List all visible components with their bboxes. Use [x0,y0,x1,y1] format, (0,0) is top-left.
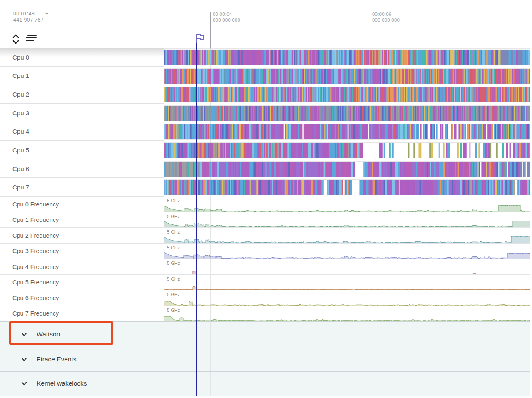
counter-scale-label: 5 GHz [167,245,180,250]
trace-start-tick [164,12,164,48]
counter-scale-label: 5 GHz [167,308,180,313]
counter-scale-label: 5 GHz [167,261,180,266]
counter-scale-label: 5 GHz [167,292,180,297]
ruler-time-label: 00:00:06000 000 000 [372,11,400,23]
cpu-0-sched-track[interactable] [164,50,530,65]
track-label: Cpu 7 [12,178,29,197]
row-separator [0,227,530,228]
cpu-0-frequency-track[interactable] [164,204,530,212]
counter-scale-label: 5 GHz [167,198,180,203]
track-row-cpu-4-frequency[interactable]: Cpu 4 Frequency5 GHz [0,259,532,275]
track-row-cpu-5[interactable]: Cpu 5 [0,141,532,159]
trace-viewer: 00:01:48+ 441 907 767 00:00:04000 000 00… [0,0,532,398]
group-label: Ftrace Events [37,347,77,371]
track-label: Cpu 1 [12,67,29,85]
track-label: Cpu 2 Frequency [12,228,59,244]
track-row-cpu-5-frequency[interactable]: Cpu 5 Frequency5 GHz [0,275,532,291]
counter-scale-label: 5 GHz [167,276,180,281]
group-row-ftrace-events[interactable]: Ftrace Events [0,347,532,371]
chevron-up-down-icon [12,33,20,45]
cpu-4-sched-track[interactable] [164,124,530,140]
cpu-3-sched-track[interactable] [164,105,530,121]
track-row-cpu-6[interactable]: Cpu 6 [0,159,532,178]
timeline-cursor-line[interactable] [196,43,197,396]
group-label: Wattson [37,321,60,347]
cpu-5-sched-track[interactable] [164,142,530,158]
track-label: Cpu 2 [12,85,29,104]
track-label: Cpu 7 Frequency [12,306,59,322]
chevron-down-icon[interactable] [20,379,28,388]
row-separator [0,306,530,306]
cpu-6-frequency-track[interactable] [164,297,530,306]
cpu-5-frequency-track[interactable] [164,281,530,290]
row-separator [0,259,530,259]
cursor-time-ns: 441 907 767 [13,17,49,23]
row-separator [0,274,530,275]
track-row-cpu-3[interactable]: Cpu 3 [0,104,532,122]
cursor-time-hms: 00:01:48 [13,11,35,17]
sort-lines-icon [26,35,37,41]
track-label: Cpu 4 Frequency [12,259,59,275]
row-separator [0,321,530,322]
cpu-2-sched-track[interactable] [164,87,530,102]
track-row-cpu-1[interactable]: Cpu 1 [0,67,532,85]
track-row-cpu-7-frequency[interactable]: Cpu 7 Frequency5 GHz [0,306,532,322]
track-label: Cpu 3 Frequency [12,244,59,259]
track-row-cpu-6-frequency[interactable]: Cpu 6 Frequency5 GHz [0,290,532,306]
track-label: Cpu 6 [12,159,29,178]
cpu-2-frequency-track[interactable] [164,235,530,243]
row-separator [0,290,530,290]
cpu-6-sched-track[interactable] [164,161,530,177]
row-separator [0,347,530,347]
cpu-1-sched-track[interactable] [164,68,530,84]
chevron-down-icon[interactable] [20,330,28,338]
track-row-cpu-2-frequency[interactable]: Cpu 2 Frequency5 GHz [0,228,532,244]
cpu-4-frequency-track[interactable] [164,266,530,274]
ruler-tick [370,12,370,48]
track-row-cpu-0-frequency[interactable]: Cpu 0 Frequency5 GHz [0,197,532,212]
cursor-time-plus: + [45,11,49,17]
bottom-gutter [0,396,532,398]
track-label: Cpu 0 Frequency [12,197,59,212]
counter-scale-label: 5 GHz [167,229,180,234]
cpu-3-frequency-track[interactable] [164,250,530,259]
cursor-timestamp: 00:01:48+ 441 907 767 [13,11,49,23]
cpu-1-frequency-track[interactable] [164,219,530,227]
track-list: Cpu 0Cpu 1Cpu 2Cpu 3Cpu 4Cpu 5Cpu 6Cpu 7… [0,48,532,396]
row-separator [0,243,530,244]
track-label: Cpu 6 Frequency [12,290,59,306]
track-label: Cpu 1 Frequency [12,212,59,228]
track-row-cpu-7[interactable]: Cpu 7 [0,178,532,197]
sort-tracks-button[interactable] [26,35,37,43]
ruler-time-label: 00:00:04000 000 000 [213,11,240,23]
track-label: Cpu 5 [12,141,29,159]
track-label: Cpu 5 Frequency [12,275,59,291]
track-row-cpu-4[interactable]: Cpu 4 [0,122,532,141]
right-gutter [530,48,532,398]
label-panel-shadow [0,48,164,57]
group-row-kernel-wakelocks[interactable]: Kernel wakelocks [0,371,532,396]
cpu-7-sched-track[interactable] [164,179,530,195]
cpu-7-frequency-track[interactable] [164,313,530,321]
timeline-ruler: 00:01:48+ 441 907 767 00:00:04000 000 00… [0,0,532,48]
group-row-wattson[interactable]: Wattson [0,321,532,347]
track-row-cpu-2[interactable]: Cpu 2 [0,85,532,104]
track-row-cpu-1-frequency[interactable]: Cpu 1 Frequency5 GHz [0,212,532,228]
group-label: Kernel wakelocks [37,371,87,396]
track-label: Cpu 3 [12,104,29,122]
chevron-down-icon[interactable] [20,355,28,363]
track-row-cpu-3-frequency[interactable]: Cpu 3 Frequency5 GHz [0,244,532,259]
row-separator [0,212,530,212]
ruler-tick [210,12,211,48]
expand-collapse-tracks-button[interactable] [12,33,20,47]
counter-scale-label: 5 GHz [167,214,180,219]
track-label: Cpu 4 [12,122,29,141]
